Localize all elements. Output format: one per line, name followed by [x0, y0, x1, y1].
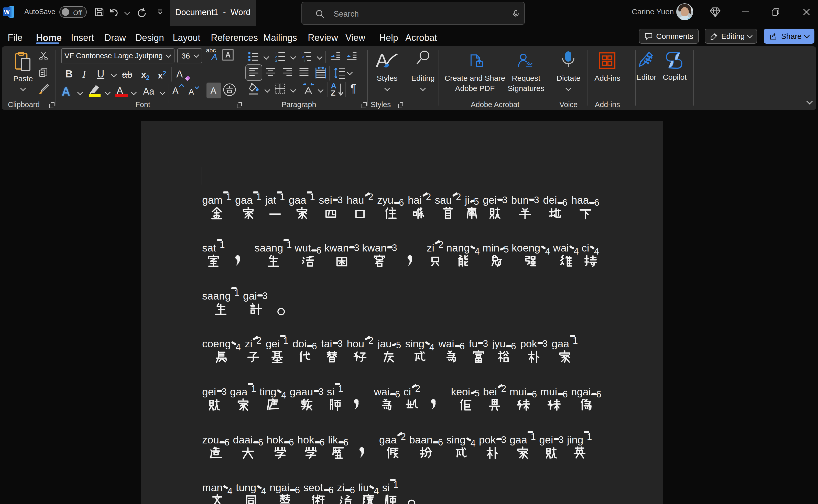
svg-text:i: i: [304, 59, 305, 63]
svg-text:W: W: [4, 8, 10, 15]
svg-text:3: 3: [275, 59, 277, 63]
svg-text:2: 2: [275, 55, 277, 59]
svg-text:1: 1: [275, 51, 277, 55]
svg-text:1: 1: [301, 51, 303, 55]
svg-text:a: a: [303, 55, 305, 59]
